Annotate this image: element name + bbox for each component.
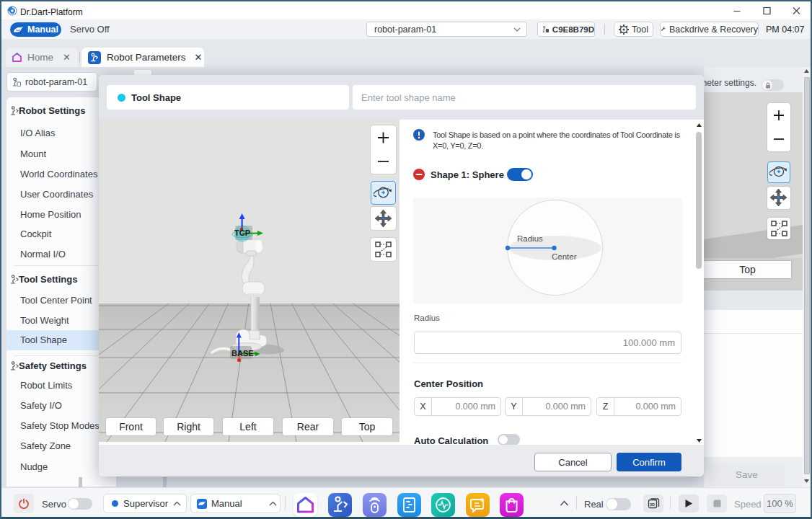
svg-text:Center: Center (552, 252, 577, 261)
svg-text:3D: 3D (650, 502, 655, 507)
svg-text:TCP: TCP (234, 229, 250, 237)
svg-text:Radius: Radius (517, 234, 543, 243)
svg-text:BASE: BASE (231, 349, 254, 358)
